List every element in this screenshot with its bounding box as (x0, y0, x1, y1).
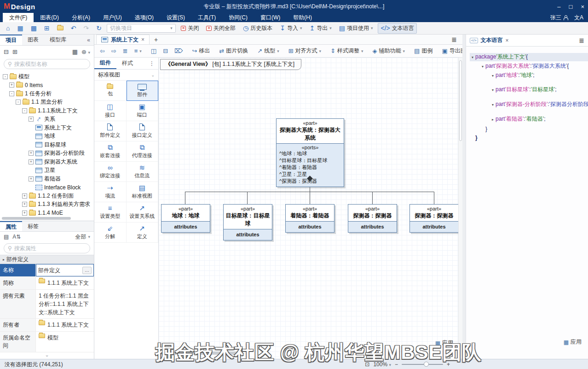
maximize-button[interactable]: □ (569, 3, 573, 10)
menu-工具(T)[interactable]: 工具(T) (191, 13, 222, 22)
user-account[interactable]: 张三 (550, 14, 568, 22)
tree-item-Interface Block[interactable]: Interface Block (3, 183, 94, 192)
tree-item-探测器大系统[interactable]: +探测器大系统 (3, 158, 94, 166)
copy-button[interactable]: ◫ (148, 47, 159, 55)
canvas-hscrollbar[interactable] (160, 351, 242, 355)
tab-模型库[interactable]: 模型库 (44, 35, 72, 45)
tree-item-1.1.1系统上下文[interactable]: -1.1.1系统上下文 (3, 106, 94, 115)
zoom-level[interactable]: 100% ▾ (373, 361, 391, 368)
diagram-canvas[interactable]: 《General View》 [包] 1.1.1系统上下文 [系统上下文] «p… (159, 58, 462, 359)
close-project-button[interactable]: ✕关闭 (179, 23, 202, 33)
tree-item-0 Items[interactable]: +0 Items (3, 81, 94, 90)
redo-button[interactable]: ↷ (81, 24, 91, 32)
tree-item-系统上下文[interactable]: 系统上下文 (3, 123, 94, 132)
paste-button[interactable]: ⊟ (160, 47, 171, 55)
menu-帮助(H)[interactable]: 帮助(H) (287, 13, 318, 22)
tree-item-卫星[interactable]: 卫星 (3, 166, 94, 175)
expander-arrow-icon[interactable]: ▾ (490, 101, 496, 109)
menu-协同(C)[interactable]: 协同(C) (222, 13, 254, 22)
part-box-探测器：探测器[interactable]: «part»探测器：探测器attributes (409, 204, 459, 233)
collapse-expander-icon[interactable]: - (22, 108, 27, 113)
menu-文件(F)[interactable]: 文件(F) (3, 13, 34, 22)
property-value[interactable]: 1.1.1 系统上下文 (36, 277, 94, 289)
menu-分析(A)[interactable]: 分析(A) (65, 13, 97, 22)
property-value[interactable]: 1 任务分析::1.1 黑盒分析::1.1.1 系统上下文::系统上下文 (36, 290, 94, 318)
code-line[interactable]: } (470, 125, 588, 133)
assist-button[interactable]: ◈辅助功能▾ (370, 46, 408, 56)
zoom-in-button[interactable]: + (447, 361, 450, 368)
tool-part[interactable]: 部件 (127, 81, 159, 101)
expand-expander-icon[interactable]: + (29, 117, 34, 122)
tool-define[interactable]: ↗定义 (127, 223, 159, 243)
document-tab-system-context[interactable]: 系统上下文 × (96, 35, 150, 44)
expander-arrow-icon[interactable]: ▾ (470, 53, 475, 61)
expand-expander-icon[interactable]: + (9, 82, 14, 88)
expander-arrow-icon[interactable]: ▾ (480, 63, 485, 70)
canvas-vscrollbar[interactable] (458, 58, 462, 359)
collapse-expander-icon[interactable]: - (9, 91, 14, 96)
tab-属性[interactable]: 属性 (0, 221, 22, 231)
text-language-tab[interactable]: </> 文本语言 × ≣ (466, 35, 588, 47)
tool-standard-view[interactable]: ▤标准视图 (127, 182, 159, 202)
new-file-button[interactable]: ⊞ (42, 24, 52, 32)
more-button[interactable]: … (82, 267, 92, 274)
expander-arrow-icon[interactable]: ▸ (490, 116, 496, 123)
menu-用户(U)[interactable]: 用户(U) (97, 13, 128, 22)
save-all-button[interactable]: ▩ (29, 24, 39, 32)
outline-button[interactable]: ≡▾ (132, 47, 144, 55)
tool-decompose[interactable]: ⇙分解 (94, 223, 127, 243)
refresh-button[interactable]: ↻ (94, 24, 104, 32)
menu-窗口(W)[interactable]: 窗口(W) (254, 13, 287, 22)
close-all-button[interactable]: ✕关闭全部 (204, 23, 238, 33)
collapse-expander-icon[interactable]: - (3, 74, 8, 79)
code-line[interactable]: } (470, 134, 588, 142)
expander-arrow-icon[interactable]: ▾ (490, 72, 496, 80)
history-version-button[interactable]: ◷历史版本 (241, 23, 275, 33)
prop-list-icon[interactable]: ▤ (4, 234, 9, 240)
zoom-out-button[interactable]: − (395, 361, 398, 368)
nav-back-button[interactable]: ⇦ (97, 47, 108, 55)
tree-hscrollbar[interactable] (2, 217, 92, 221)
menu-设置(S)[interactable]: 设置(S) (160, 13, 191, 22)
menu-选项(O)[interactable]: 选项(O) (128, 13, 160, 22)
palette-group-header[interactable]: 标准视图 ⌄ (94, 70, 158, 81)
tree-item-1 任务分析[interactable]: -1 任务分析 (3, 89, 94, 98)
collapse-all-icon[interactable]: ⊟ (4, 48, 9, 55)
expand-expander-icon[interactable]: + (22, 202, 27, 207)
tool-proxy-conn[interactable]: ⧉代理连接 (127, 141, 159, 162)
diagram-filter-icon[interactable]: ▦ (72, 48, 78, 55)
tree-item-着陆器[interactable]: +着陆器 (3, 175, 94, 183)
zoom-slider-knob[interactable] (424, 362, 429, 367)
prop-filter-dropdown[interactable]: 全部▾ (75, 233, 90, 241)
prop-sort-icon[interactable]: A⇅ (12, 234, 21, 240)
property-value[interactable]: 1.1.1 系统上下文 (36, 319, 94, 331)
tree-item-探测器-分析阶段[interactable]: +探测器-分析阶段 (3, 149, 94, 158)
combobox-switch-project[interactable]: 切换项目▾ (107, 24, 176, 33)
export-button[interactable]: ↥导出▾ (307, 23, 334, 33)
undo-button[interactable]: ↶ (69, 24, 79, 32)
expand-expander-icon[interactable]: + (29, 176, 34, 182)
panel-divider[interactable] (462, 35, 466, 359)
code-line[interactable]: ▸part '着陆器' : '着陆器'; (470, 115, 588, 123)
part-box-地球：地球[interactable]: «part»地球：地球attributes (161, 204, 210, 233)
tree-item-1.1.3 利益相关方需求[interactable]: +1.1.3 利益相关方需求 (3, 200, 94, 209)
language-toggle[interactable]: 文A (574, 14, 583, 22)
tab-menu-icon[interactable]: ≣ (446, 35, 462, 44)
tree-item-1.1.4 MoE[interactable]: +1.1.4 MoE (3, 209, 94, 217)
code-line[interactable]: ▾package '系统上下文' { (470, 53, 588, 61)
tool-interface[interactable]: ◫接口 (94, 101, 127, 121)
tool-set-relation[interactable]: ↗设置关系线 (127, 202, 159, 223)
minimize-button[interactable]: – (557, 3, 560, 10)
tool-interface-def[interactable]: 接口定义 (127, 121, 159, 141)
property-search-input[interactable]: ⚲ 搜索属性 (4, 243, 90, 253)
tree-item-1.1 黑盒分析[interactable]: -1.1 黑盒分析 (3, 98, 94, 107)
home-button[interactable]: ⌂ (4, 24, 12, 32)
tab-close-icon[interactable]: × (141, 36, 144, 43)
palette-menu-icon[interactable]: ⋮ (145, 58, 158, 69)
style-adjust-button[interactable]: ⇕样式调整▾ (328, 46, 366, 56)
image-switch-button[interactable]: ⇄图片切换 (216, 46, 251, 56)
legend-button[interactable]: ▤图例 (411, 46, 435, 56)
tool-port[interactable]: ▣端口 (127, 101, 159, 121)
zoom-slider[interactable] (402, 364, 443, 365)
tab-标签[interactable]: 标签 (22, 221, 44, 231)
